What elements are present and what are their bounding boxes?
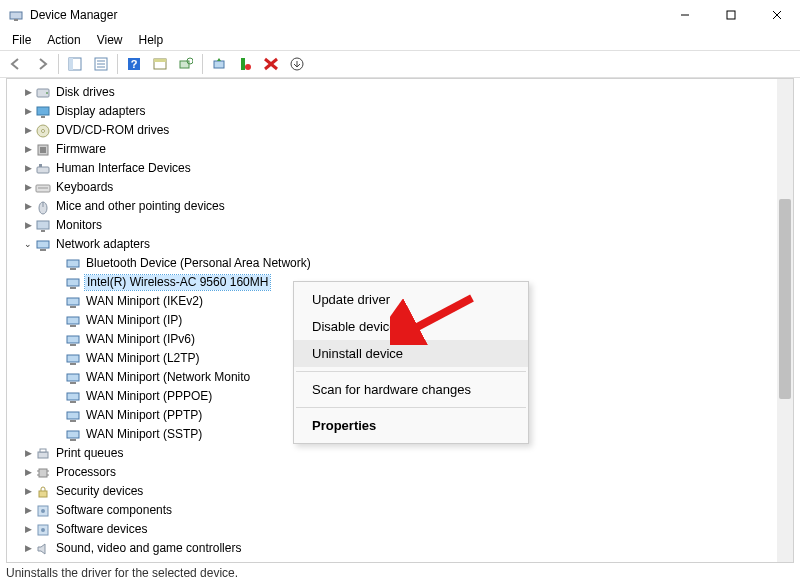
back-button[interactable]	[4, 53, 28, 75]
network-icon	[65, 370, 81, 386]
svg-point-25	[46, 92, 48, 94]
device-label: Intel(R) Wireless-AC 9560 160MH	[85, 275, 270, 289]
category-label: Human Interface Devices	[55, 161, 191, 175]
ctx-properties[interactable]: Properties	[294, 412, 528, 439]
category-mice[interactable]: ▶ Mice and other pointing devices	[7, 197, 793, 216]
svg-rect-54	[67, 374, 79, 381]
chevron-right-icon[interactable]: ▶	[21, 486, 35, 497]
ctx-disable-device[interactable]: Disable device	[294, 313, 528, 340]
chevron-right-icon[interactable]: ▶	[21, 144, 35, 155]
titlebar: Device Manager	[0, 0, 800, 30]
category-disk-drives[interactable]: ▶ Disk drives	[7, 83, 793, 102]
properties-button[interactable]	[89, 53, 113, 75]
ctx-uninstall-device[interactable]: Uninstall device	[294, 340, 528, 367]
svg-point-73	[41, 528, 45, 532]
svg-rect-62	[38, 452, 48, 458]
category-security-devices[interactable]: ▶ Security devices	[7, 482, 793, 501]
svg-rect-51	[70, 344, 76, 346]
menu-action[interactable]: Action	[39, 31, 88, 49]
svg-rect-0	[10, 12, 22, 19]
toolbar-separator	[58, 54, 59, 74]
category-sound-video-game[interactable]: ▶ Sound, video and game controllers	[7, 539, 793, 558]
update-driver-button[interactable]	[207, 53, 231, 75]
network-icon	[65, 294, 81, 310]
more-button[interactable]	[285, 53, 309, 75]
svg-rect-3	[727, 11, 735, 19]
device-label: WAN Miniport (SSTP)	[85, 427, 202, 441]
cpu-icon	[35, 465, 51, 481]
category-label: Print queues	[55, 446, 123, 460]
category-dvd-cdrom[interactable]: ▶ DVD/CD-ROM drives	[7, 121, 793, 140]
category-label: Keyboards	[55, 180, 113, 194]
svg-rect-26	[37, 107, 49, 115]
chevron-right-icon[interactable]: ▶	[21, 220, 35, 231]
maximize-button[interactable]	[708, 0, 754, 30]
menubar: File Action View Help	[0, 30, 800, 50]
show-hide-console-button[interactable]	[63, 53, 87, 75]
menu-help[interactable]: Help	[131, 31, 172, 49]
category-label: Firmware	[55, 142, 106, 156]
action-button[interactable]	[148, 53, 172, 75]
chevron-right-icon[interactable]: ▶	[21, 125, 35, 136]
chevron-right-icon[interactable]: ▶	[21, 106, 35, 117]
category-firmware[interactable]: ▶ Firmware	[7, 140, 793, 159]
ctx-update-driver[interactable]: Update driver	[294, 286, 528, 313]
status-text: Uninstalls the driver for the selected d…	[6, 566, 238, 580]
category-monitors[interactable]: ▶ Monitors	[7, 216, 793, 235]
printer-icon	[35, 446, 51, 462]
chevron-right-icon[interactable]: ▶	[21, 87, 35, 98]
category-label: Sound, video and game controllers	[55, 541, 241, 555]
chevron-right-icon[interactable]: ▶	[21, 524, 35, 535]
firmware-icon	[35, 142, 51, 158]
svg-rect-38	[37, 221, 49, 229]
security-icon	[35, 484, 51, 500]
svg-rect-40	[37, 241, 49, 248]
chevron-right-icon[interactable]: ▶	[21, 543, 35, 554]
device-label: WAN Miniport (IKEv2)	[85, 294, 203, 308]
svg-rect-48	[67, 317, 79, 324]
forward-button[interactable]	[30, 53, 54, 75]
category-label: Software devices	[55, 522, 147, 536]
chevron-right-icon[interactable]: ▶	[21, 201, 35, 212]
scan-hardware-button[interactable]	[174, 53, 198, 75]
category-label: Disk drives	[55, 85, 115, 99]
svg-rect-64	[39, 469, 47, 477]
scrollbar-thumb[interactable]	[779, 199, 791, 399]
category-software-components[interactable]: ▶ Software components	[7, 501, 793, 520]
close-button[interactable]	[754, 0, 800, 30]
device-bluetooth-pan[interactable]: Bluetooth Device (Personal Area Network)	[7, 254, 793, 273]
disk-icon	[35, 85, 51, 101]
category-processors[interactable]: ▶ Processors	[7, 463, 793, 482]
category-label: Mice and other pointing devices	[55, 199, 225, 213]
minimize-button[interactable]	[662, 0, 708, 30]
menu-file[interactable]: File	[4, 31, 39, 49]
category-keyboards[interactable]: ▶ Keyboards	[7, 178, 793, 197]
chevron-right-icon[interactable]: ▶	[21, 467, 35, 478]
chevron-right-icon[interactable]: ▶	[21, 163, 35, 174]
category-software-devices[interactable]: ▶ Software devices	[7, 520, 793, 539]
svg-rect-50	[67, 336, 79, 343]
vertical-scrollbar[interactable]	[777, 79, 793, 562]
svg-rect-53	[70, 363, 76, 365]
category-hid[interactable]: ▶ Human Interface Devices	[7, 159, 793, 178]
menu-view[interactable]: View	[89, 31, 131, 49]
category-display-adapters[interactable]: ▶ Display adapters	[7, 102, 793, 121]
chevron-right-icon[interactable]: ▶	[21, 182, 35, 193]
chevron-right-icon[interactable]: ▶	[21, 448, 35, 459]
help-button[interactable]: ?	[122, 53, 146, 75]
svg-point-20	[245, 64, 251, 70]
device-label: WAN Miniport (L2TP)	[85, 351, 200, 365]
svg-rect-49	[70, 325, 76, 327]
chevron-down-icon[interactable]: ⌄	[21, 239, 35, 250]
svg-rect-31	[40, 147, 46, 153]
ctx-scan-hardware[interactable]: Scan for hardware changes	[294, 376, 528, 403]
svg-rect-56	[67, 393, 79, 400]
uninstall-device-button[interactable]	[233, 53, 257, 75]
svg-rect-33	[39, 164, 42, 167]
svg-rect-27	[41, 116, 45, 118]
disable-device-button[interactable]	[259, 53, 283, 75]
context-menu-separator	[296, 407, 526, 408]
category-network-adapters[interactable]: ⌄ Network adapters	[7, 235, 793, 254]
category-print-queues[interactable]: ▶ Print queues	[7, 444, 793, 463]
chevron-right-icon[interactable]: ▶	[21, 505, 35, 516]
